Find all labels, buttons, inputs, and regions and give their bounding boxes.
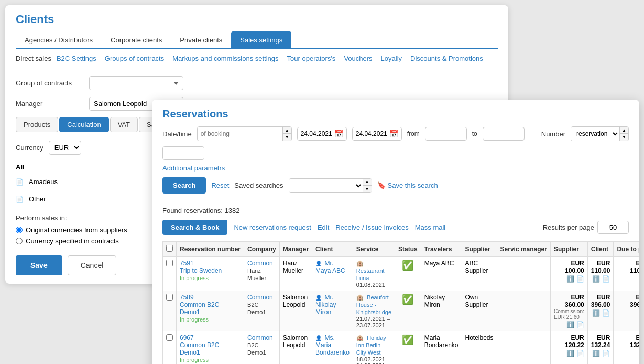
saved-searches-wrap: ▲ ▼: [289, 178, 372, 193]
th-supplier-price: Supplier: [550, 242, 587, 257]
sub-nav-discounts[interactable]: Discounts & Promotions: [410, 55, 483, 62]
manager-name-2: Salomon Leopold: [283, 334, 308, 349]
tab-private[interactable]: Private clients: [171, 31, 231, 48]
edit-link[interactable]: Edit: [318, 223, 329, 231]
save-button[interactable]: Save: [16, 255, 62, 275]
radio-original-input[interactable]: [16, 227, 23, 233]
ss-spin-down[interactable]: ▼: [363, 186, 372, 192]
res-num-link-2[interactable]: 6967: [180, 334, 241, 341]
res-body: Found reservations: 1382 Search & Book N…: [152, 200, 639, 364]
ss-spin-up[interactable]: ▲: [363, 179, 372, 186]
sub-nav-tour[interactable]: Tour operators's: [287, 55, 336, 62]
cell-due-pay-0: EUR 110.00: [614, 257, 639, 291]
select-all-checkbox[interactable]: [166, 245, 173, 252]
clients-header: Clients Agencies / Distributors Corporat…: [5, 5, 508, 49]
sup-price-icons-0: ℹ️ 📄: [554, 275, 584, 283]
company-sub-2: B2C Demo1: [247, 342, 266, 356]
client-price-icons-2: ℹ️ 📄: [591, 350, 610, 357]
radio-contract-label: Currency specified in contracts: [26, 237, 119, 245]
rpp-input[interactable]: [597, 221, 629, 234]
client-info-btn-0[interactable]: ℹ️: [592, 275, 600, 283]
service-link-0[interactable]: Restaurant Luna: [356, 267, 385, 281]
reservation-type-select[interactable]: reservation: [571, 127, 619, 141]
sup-info-btn-2[interactable]: ℹ️: [566, 350, 574, 357]
row-checkbox-cell: [163, 257, 177, 291]
due-pay-0: EUR 110.00: [617, 260, 639, 274]
manager-label: Manager: [16, 100, 84, 108]
cell-manager-1: Salomon Leopold: [279, 291, 312, 331]
row-checkbox-1[interactable]: [166, 294, 173, 301]
sup-info-btn-0[interactable]: ℹ️: [566, 275, 574, 283]
sub-nav-b2c[interactable]: B2C Settings: [57, 55, 96, 62]
to-label: to: [472, 130, 477, 137]
res-sub-link-2[interactable]: Common B2C Demo1: [180, 341, 241, 356]
company-link-1[interactable]: Common: [247, 294, 273, 301]
reservations-table: Reservation number Company Manager Clien…: [162, 241, 639, 364]
res-num-link-1[interactable]: 7589: [180, 294, 241, 301]
tab-products[interactable]: Products: [16, 117, 58, 132]
reset-button[interactable]: Reset: [211, 181, 229, 189]
res-sub-link-0[interactable]: Trip to Sweden: [180, 267, 241, 274]
booking-type-input[interactable]: [198, 127, 282, 140]
company-link-0[interactable]: Common: [247, 260, 273, 267]
saved-searches-select[interactable]: [289, 179, 363, 192]
row-checkbox-2[interactable]: [166, 334, 173, 341]
tab-vat[interactable]: VAT: [110, 117, 138, 132]
mass-mail-link[interactable]: Mass mail: [415, 223, 446, 231]
to-number-input[interactable]: [483, 127, 525, 141]
cell-service-0: 🏨 Restaurant Luna 01.08.2021: [353, 257, 395, 291]
cell-sup-price-2: EUR 120.22 ℹ️ 📄: [550, 331, 587, 365]
calendar-to-icon[interactable]: 📅: [389, 130, 398, 138]
sub-nav-vouchers[interactable]: Vouchers: [344, 55, 372, 62]
currency-select[interactable]: EUR: [49, 141, 81, 155]
res-num-link-0[interactable]: 7591: [180, 260, 241, 267]
group-row: Group of contracts: [16, 76, 498, 90]
spin-up[interactable]: ▲: [283, 127, 291, 134]
row-checkbox-0[interactable]: [166, 260, 173, 266]
saved-searches-label: Saved searches: [234, 181, 283, 189]
search-book-button[interactable]: Search & Book: [162, 220, 227, 235]
sup-price-0: EUR 100.00: [554, 260, 584, 274]
tab-sales-settings[interactable]: Sales settings: [231, 31, 291, 48]
client-price-2: EUR 132.24: [591, 334, 610, 349]
client-doc-icon-0: 📄: [602, 275, 610, 283]
client-info-btn-1[interactable]: ℹ️: [592, 309, 600, 317]
sub-nav-loyally[interactable]: Loyally: [381, 55, 402, 62]
additional-params-link[interactable]: Additional parametrs: [162, 164, 629, 172]
sub-nav-markups[interactable]: Markups and commissions settings: [172, 55, 278, 62]
calendar-from-icon[interactable]: 📅: [334, 130, 343, 138]
res-sub-link-1[interactable]: Common B2C Demo1: [180, 301, 241, 316]
th-due-pay: Due to pay: [614, 242, 639, 257]
page-title: Clients: [16, 13, 498, 26]
save-search-button[interactable]: 🔖 Save this search: [377, 181, 438, 189]
rpp-label: Results per page: [543, 223, 594, 231]
date-to-wrap: 24.04.2021 📅: [352, 127, 402, 141]
cell-client-price-0: EUR 110.00 ℹ️ 📄: [587, 257, 614, 291]
spin-down[interactable]: ▼: [283, 134, 291, 141]
cell-service-1: 🏨 Beaufort House - Knightsbridge 21.07.2…: [353, 291, 395, 331]
travelers-name-0: Maya ABC: [424, 260, 454, 267]
tab-calculation[interactable]: Calculation: [59, 117, 108, 132]
radio-contract-input[interactable]: [16, 238, 23, 244]
group-select[interactable]: [89, 76, 183, 90]
sup-doc-icon-1: 📄: [576, 321, 584, 328]
cell-travelers-0: Maya ABC: [421, 257, 462, 291]
client-icon-2: 👤: [315, 335, 322, 341]
res-spin-up[interactable]: ▲: [620, 127, 628, 134]
cancel-button[interactable]: Cancel: [68, 255, 117, 275]
receive-link[interactable]: Receive / Issue invoices: [335, 223, 408, 231]
new-reservations-link[interactable]: New reservations request: [234, 223, 311, 231]
status-icon-2: ✅: [402, 335, 413, 345]
reservation-number-input[interactable]: [162, 146, 204, 160]
tab-corporate[interactable]: Corporate clients: [102, 31, 171, 48]
client-info-btn-2[interactable]: ℹ️: [592, 350, 600, 357]
tab-agencies[interactable]: Agencies / Distributors: [16, 31, 102, 48]
cell-service-2: 🏨 Holiday Inn Berlin City West 18.02.202…: [353, 331, 395, 365]
sup-info-btn-1[interactable]: ℹ️: [566, 321, 574, 328]
sub-nav-groups[interactable]: Groups of contracts: [105, 55, 164, 62]
res-spin-down[interactable]: ▼: [620, 134, 628, 141]
from-number-input[interactable]: [425, 127, 467, 141]
cell-serv-manager-0: [497, 257, 550, 291]
search-button[interactable]: Search: [162, 177, 206, 194]
company-link-2[interactable]: Common: [247, 334, 273, 341]
